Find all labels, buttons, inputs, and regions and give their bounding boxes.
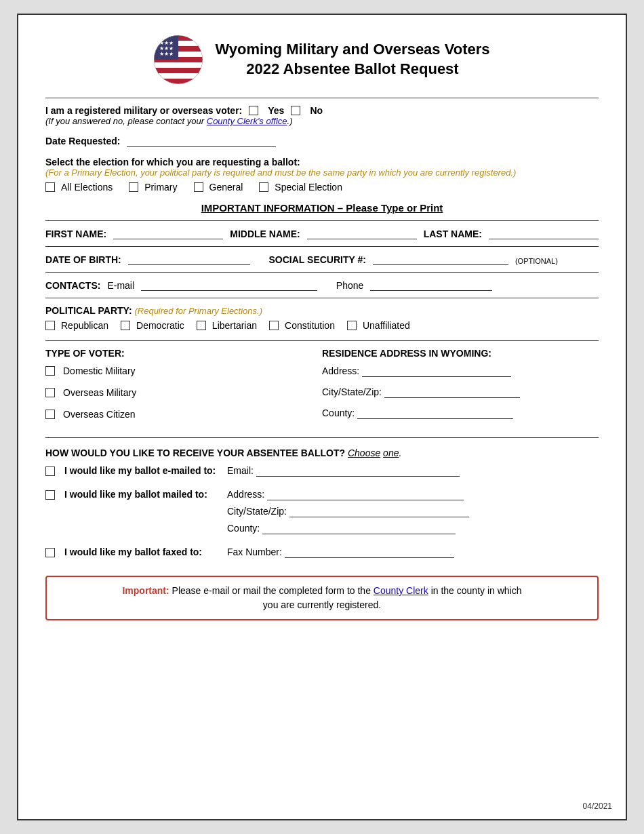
libertarian-label: Libertarian <box>212 320 257 331</box>
svg-rect-3 <box>154 62 203 68</box>
voter-type-header: TYPE OF VOTER: <box>45 348 322 359</box>
no-checkbox[interactable] <box>291 106 300 115</box>
party-options: Republican Democratic Libertarian Consti… <box>45 320 599 331</box>
dob-field[interactable] <box>128 254 250 265</box>
election-label: Select the election for which you are re… <box>45 157 599 167</box>
no-label: No <box>310 105 323 116</box>
flag-icon: ★★★ ★★★ ★★★ <box>154 35 203 84</box>
general-checkbox[interactable] <box>194 182 203 192</box>
mail-county-field[interactable] <box>262 523 456 534</box>
yes-label: Yes <box>268 105 284 116</box>
title-line2: 2022 Absentee Ballot Request <box>215 60 489 79</box>
middle-name-label: MIDDLE NAME: <box>230 229 300 239</box>
fax-number-label: Fax Number: <box>227 547 285 557</box>
county-clerk-link-1[interactable]: County Clerk's office <box>207 116 287 126</box>
registered-section: I am a registered military or overseas v… <box>45 105 599 126</box>
unaffiliated-checkbox[interactable] <box>347 321 357 330</box>
email-field[interactable] <box>141 279 317 291</box>
important-header: IMPORTANT INFORMATION – Please Type or P… <box>45 202 599 214</box>
registered-line: I am a registered military or overseas v… <box>45 105 599 116</box>
dob-row: DATE OF BIRTH: SOCIAL SECURITY #: (OPTIO… <box>45 254 599 265</box>
domestic-military-label: Domestic Military <box>63 365 136 376</box>
svg-text:★★★: ★★★ <box>159 51 174 57</box>
election-options: All Elections Primary General Special El… <box>45 182 599 193</box>
middle-name-field[interactable] <box>307 228 417 239</box>
domestic-military-checkbox[interactable] <box>45 366 55 376</box>
phone-field[interactable] <box>370 279 492 291</box>
mail-ballot-label: I would like my ballot mailed to: <box>64 489 220 500</box>
residence-header: RESIDENCE ADDRESS IN WYOMING: <box>322 348 599 359</box>
overseas-military-checkbox[interactable] <box>45 388 55 397</box>
fax-number-field[interactable] <box>285 547 454 558</box>
unaffiliated-label: Unaffiliated <box>363 320 410 331</box>
overseas-military-label: Overseas Military <box>63 387 136 398</box>
email-ballot-field-block: Email: <box>227 465 599 482</box>
election-option-primary: Primary <box>129 182 177 193</box>
date-requested-field[interactable] <box>127 136 276 147</box>
name-row: FIRST NAME: MIDDLE NAME: LAST NAME: <box>45 228 599 239</box>
general-label: General <box>209 182 243 193</box>
constitution-label: Constitution <box>285 320 335 331</box>
all-elections-checkbox[interactable] <box>45 182 55 192</box>
fax-ballot-checkbox[interactable] <box>45 548 55 557</box>
yes-checkbox[interactable] <box>249 106 258 115</box>
primary-checkbox[interactable] <box>129 182 138 192</box>
ss-field[interactable] <box>373 254 508 265</box>
receive-section: HOW WOULD YOU LIKE TO RECEIVE YOUR ABSEN… <box>45 448 599 563</box>
important-text3: you are currently registered. <box>263 599 381 610</box>
election-section: Select the election for which you are re… <box>45 157 599 193</box>
mail-county-label: County: <box>227 523 262 534</box>
libertarian-checkbox[interactable] <box>197 321 206 330</box>
optional-label: (OPTIONAL) <box>515 257 558 265</box>
name-divider <box>45 220 599 221</box>
republican-checkbox[interactable] <box>45 321 55 330</box>
overseas-citizen-label: Overseas Citizen <box>63 409 136 420</box>
receive-mail-option: I would like my ballot mailed to: Addres… <box>45 489 599 540</box>
voter-type-domestic: Domestic Military <box>45 365 322 376</box>
election-option-special: Special Election <box>259 182 342 193</box>
receive-label: HOW WOULD YOU LIKE TO RECEIVE YOUR ABSEN… <box>45 448 345 458</box>
fax-number-row: Fax Number: <box>227 547 599 558</box>
registered-label: I am a registered military or overseas v… <box>45 105 242 116</box>
last-name-label: LAST NAME: <box>424 229 482 239</box>
contacts-row: CONTACTS: E-mail Phone <box>45 279 599 291</box>
first-name-field[interactable] <box>113 228 223 239</box>
county-clerk-link-2[interactable]: County Clerk <box>374 585 428 596</box>
email-label: E-mail <box>107 280 134 291</box>
mail-address-field[interactable] <box>267 489 464 500</box>
email-ballot-checkbox[interactable] <box>45 466 55 476</box>
email-ballot-field[interactable] <box>256 465 460 477</box>
city-state-zip-label: City/State/Zip: <box>322 386 384 397</box>
choose-one-label: Choose one. <box>348 448 401 458</box>
voter-residence-section: TYPE OF VOTER: Domestic Military Oversea… <box>45 348 599 431</box>
mail-address-label: Address: <box>227 489 267 500</box>
contacts-divider <box>45 272 599 273</box>
contacts-label: CONTACTS: <box>45 280 100 291</box>
mail-ballot-checkbox[interactable] <box>45 490 55 500</box>
email-ballot-field-label: Email: <box>227 465 256 476</box>
special-election-checkbox[interactable] <box>259 182 268 192</box>
party-option-libertarian: Libertarian <box>197 320 257 331</box>
date-requested-label: Date Requested: <box>45 136 120 146</box>
address-field[interactable] <box>362 365 511 377</box>
county-field[interactable] <box>357 408 513 419</box>
primary-label: Primary <box>144 182 177 193</box>
democratic-checkbox[interactable] <box>121 321 130 330</box>
important-text2: in the county in which <box>431 585 522 596</box>
dob-divider <box>45 246 599 247</box>
party-divider <box>45 298 599 298</box>
voter-type-divider <box>45 340 599 341</box>
mail-county-row: County: <box>227 523 599 534</box>
voter-type-overseas-citizen: Overseas Citizen <box>45 409 322 420</box>
party-section: POLITICAL PARTY: (Required for Primary E… <box>45 305 599 331</box>
overseas-citizen-checkbox[interactable] <box>45 410 55 419</box>
county-label: County: <box>322 408 357 418</box>
important-box: Important: Please e-mail or mail the com… <box>45 576 599 620</box>
last-name-field[interactable] <box>489 228 599 239</box>
constitution-checkbox[interactable] <box>269 321 279 330</box>
election-option-all: All Elections <box>45 182 113 193</box>
democratic-label: Democratic <box>136 320 184 331</box>
mail-city-field[interactable] <box>289 506 469 517</box>
city-state-zip-field[interactable] <box>384 386 520 398</box>
header-divider <box>45 98 599 98</box>
